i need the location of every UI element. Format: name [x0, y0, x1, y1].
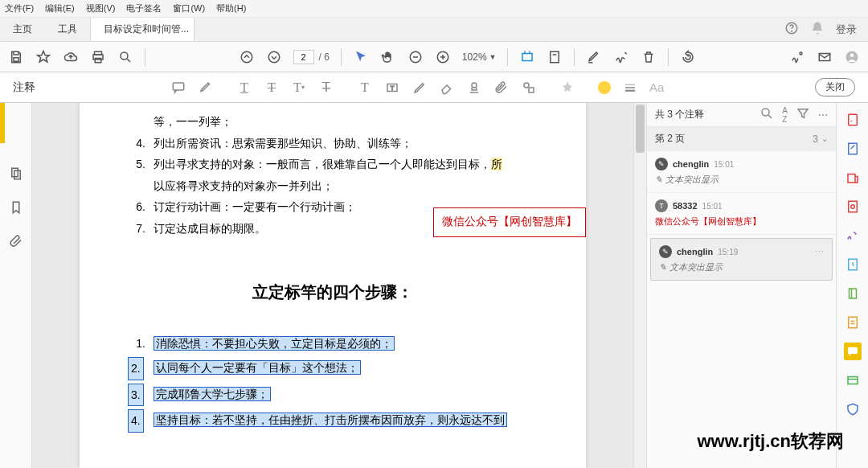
- eraser-icon[interactable]: [439, 80, 455, 96]
- more-comments-icon[interactable]: ⋯: [818, 109, 828, 121]
- addtext-icon[interactable]: T: [357, 80, 373, 96]
- page-up-icon[interactable]: [239, 49, 255, 65]
- fit-page-icon[interactable]: [547, 49, 563, 65]
- pencil-icon[interactable]: [411, 80, 428, 96]
- help-icon[interactable]: [784, 21, 799, 38]
- pin-icon[interactable]: [559, 80, 575, 96]
- fit-width-icon[interactable]: [519, 49, 535, 65]
- fill-sign-icon[interactable]: [844, 314, 862, 331]
- zoom-level[interactable]: 102%▼: [462, 51, 497, 63]
- svg-rect-11: [522, 53, 532, 60]
- text-strike-icon[interactable]: T: [264, 80, 280, 96]
- sign2-icon[interactable]: [789, 49, 805, 65]
- create-pdf-icon[interactable]: +: [844, 111, 862, 129]
- bell-icon[interactable]: [810, 21, 825, 38]
- svg-rect-12: [551, 51, 559, 63]
- sign-icon[interactable]: [613, 49, 629, 65]
- profile-icon[interactable]: [844, 49, 860, 65]
- login-button[interactable]: 登录: [836, 23, 857, 37]
- thumbnails-icon[interactable]: [8, 166, 24, 182]
- text-caret-icon[interactable]: T▾: [291, 80, 307, 96]
- rotate-icon[interactable]: [680, 49, 696, 65]
- textbox-icon[interactable]: T: [384, 80, 400, 96]
- comment-author: chenglin: [677, 247, 713, 257]
- tab-document-label: 目标设定和时间管...: [104, 23, 189, 36]
- avatar: ✎: [655, 158, 668, 170]
- vertical-scrollbar[interactable]: [633, 103, 646, 468]
- cloud-up-icon[interactable]: [63, 49, 79, 65]
- attach-icon[interactable]: [493, 80, 510, 96]
- stamp-icon[interactable]: [466, 80, 482, 96]
- tab-document[interactable]: 目标设定和时间管... ×: [90, 18, 194, 41]
- print-icon[interactable]: [90, 49, 106, 65]
- highlight[interactable]: 消除恐惧：不要担心失败，立定目标是必须的；: [154, 336, 395, 351]
- comment-item[interactable]: ✎chenglin15:01 ✎文本突出显示: [647, 151, 836, 193]
- tab-row: 主页 工具 目标设定和时间管... × 登录: [0, 18, 868, 42]
- tab-tools[interactable]: 工具: [45, 18, 90, 41]
- search-icon[interactable]: [117, 49, 133, 65]
- highlight[interactable]: 完成耶鲁大学七步骤；: [154, 387, 271, 401]
- comment-menu-icon[interactable]: ⋯: [815, 247, 824, 257]
- text-style-icon[interactable]: Aa: [649, 80, 664, 94]
- organize-icon[interactable]: [844, 198, 862, 216]
- main-toolbar: / 6 102%▼: [0, 42, 868, 72]
- section-count: 3: [813, 133, 818, 145]
- line-weight-icon[interactable]: [622, 80, 638, 96]
- tab-home[interactable]: 主页: [0, 18, 45, 41]
- page-input[interactable]: [293, 50, 314, 64]
- hand-icon[interactable]: [380, 49, 396, 65]
- sign-tool-icon[interactable]: [844, 227, 862, 244]
- section-label: 第 2 页: [655, 132, 813, 146]
- highlight[interactable]: 认同每个人一定要有「目标」这个想法；: [154, 360, 361, 375]
- menu-edit[interactable]: 编辑(E): [45, 2, 75, 14]
- pointer-icon[interactable]: [353, 49, 369, 65]
- menu-file[interactable]: 文件(F): [5, 2, 34, 14]
- comment-tool-icon[interactable]: [844, 343, 862, 360]
- close-anno-button[interactable]: 关闭: [815, 78, 855, 96]
- edit-pdf-icon[interactable]: [844, 140, 862, 158]
- menu-help[interactable]: 帮助(H): [216, 2, 246, 14]
- annotation-toolbar: 注释 T T T▾ T̶ T T Aa 关闭: [0, 72, 868, 103]
- filter-comments-icon[interactable]: [796, 106, 810, 123]
- sidebar-handle[interactable]: [0, 103, 5, 143]
- compress-icon[interactable]: [844, 285, 862, 302]
- highlight-mini-icon: ✎: [659, 262, 666, 273]
- highlight-icon[interactable]: [198, 80, 214, 96]
- comment-icon[interactable]: [170, 80, 186, 96]
- text-annotation[interactable]: 微信公众号【网创智慧库】: [433, 207, 586, 237]
- pdf-page: 等，一一列举； 4.列出所需资讯：思索需要那些知识、协助、训练等； 5.列出寻求…: [80, 103, 586, 468]
- svg-point-13: [800, 52, 802, 55]
- zoom-out-icon[interactable]: [407, 49, 424, 65]
- zoom-in-icon[interactable]: [435, 49, 451, 65]
- shield-icon[interactable]: [844, 400, 862, 418]
- color-swatch[interactable]: [598, 81, 611, 94]
- delete-icon[interactable]: [641, 49, 657, 65]
- comments-page-section[interactable]: 第 2 页 3 ⌄: [647, 127, 836, 151]
- search-comments-icon[interactable]: [760, 106, 774, 123]
- save-icon[interactable]: [8, 49, 24, 65]
- export-pdf-icon[interactable]: [844, 169, 862, 187]
- text-underline-icon[interactable]: T: [236, 80, 252, 96]
- bookmark-icon[interactable]: [8, 199, 24, 216]
- highlight[interactable]: 坚持目标：若不坚持，任由挫折、打击所摆布因而放弃，则永远达不到: [154, 413, 507, 427]
- highlight[interactable]: 所: [491, 158, 502, 170]
- attachment-icon[interactable]: [8, 233, 24, 249]
- text-replace-icon[interactable]: T̶: [318, 80, 334, 96]
- sort-comments-icon[interactable]: AZ: [782, 106, 788, 124]
- menu-esign[interactable]: 电子签名: [126, 2, 162, 14]
- annotate-icon[interactable]: [586, 49, 602, 65]
- mail-icon[interactable]: [817, 49, 833, 65]
- doc-line: 列出所需资讯：思索需要那些知识、协助、训练等；: [154, 133, 538, 154]
- protect-icon[interactable]: [844, 256, 862, 273]
- redact-icon[interactable]: [844, 372, 862, 389]
- menu-window[interactable]: 窗口(W): [173, 2, 205, 14]
- comment-item[interactable]: T5833215:01 微信公众号【网创智慧库】: [647, 193, 836, 235]
- doc-line: 列出寻求支持的对象：一般而言，很难靠自己一个人即能达到目标，所: [154, 154, 538, 175]
- star-icon[interactable]: [35, 49, 51, 65]
- comment-item-active[interactable]: ✎chenglin15:19⋯ ✎文本突出显示: [650, 238, 833, 281]
- page-down-icon[interactable]: [266, 49, 282, 65]
- shapes-icon[interactable]: [521, 80, 537, 96]
- document-viewport[interactable]: 等，一一列举； 4.列出所需资讯：思索需要那些知识、协助、训练等； 5.列出寻求…: [32, 103, 633, 468]
- scrollbar-thumb[interactable]: [636, 105, 645, 153]
- menu-view[interactable]: 视图(V): [86, 2, 116, 14]
